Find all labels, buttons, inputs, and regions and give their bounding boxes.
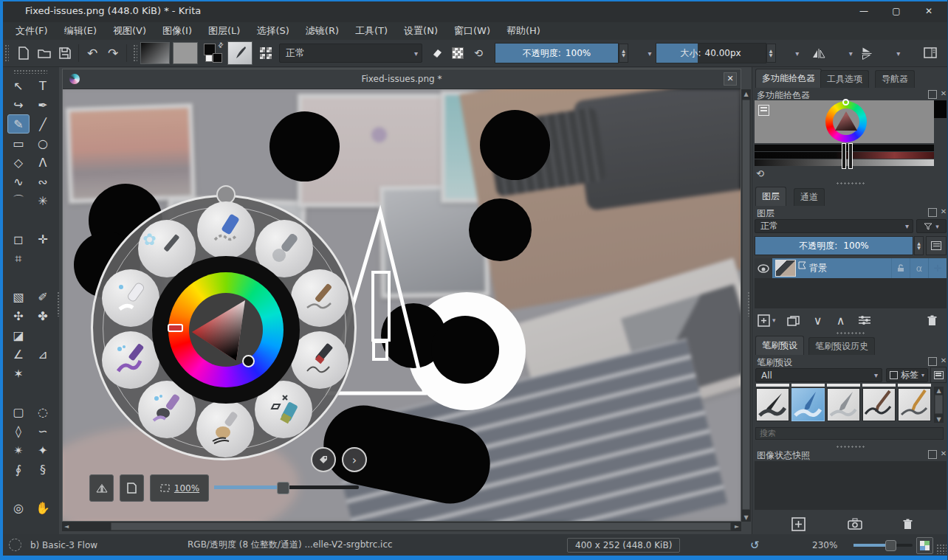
snapshot-camera-button[interactable]: [846, 515, 864, 533]
canvas-zoom-slider[interactable]: [214, 485, 359, 489]
add-layer-button[interactable]: [755, 311, 772, 329]
subwindow-titlebar[interactable]: Fixed-issues.png * ✕: [63, 69, 741, 89]
snapshot-list[interactable]: [755, 461, 947, 510]
tool-smart-patch[interactable]: ✣: [7, 306, 30, 325]
float-docker-icon[interactable]: [928, 450, 937, 459]
preset-display-mode-button[interactable]: [930, 367, 947, 383]
fg-bg-color-swatches[interactable]: ⇄: [204, 44, 223, 63]
document-size-info[interactable]: 400 x 252 (448.0 KiB): [567, 538, 680, 553]
tool-dynamic-brush[interactable]: ⌒: [7, 191, 30, 210]
popup-palette[interactable]: ✿: [91, 195, 357, 460]
choose-brush-preset-button[interactable]: [255, 43, 276, 63]
selector-settings-icon[interactable]: [758, 105, 769, 116]
tool-reference-images[interactable]: ✶: [7, 364, 30, 383]
preset-scrollbar[interactable]: ▲ ▼: [934, 387, 944, 423]
scroll-right-icon[interactable]: ►: [732, 522, 741, 531]
palette-more-button[interactable]: ›: [342, 447, 367, 472]
tool-polygon-select[interactable]: ◊: [7, 421, 30, 440]
docker-separator[interactable]: [836, 331, 865, 334]
color-selector-widget[interactable]: [755, 100, 934, 143]
menu-file[interactable]: 文件(F): [7, 22, 56, 40]
menu-view[interactable]: 视图(V): [105, 22, 154, 40]
tab-advanced-color-selector[interactable]: 多功能拾色器: [755, 69, 822, 88]
tab-navigator[interactable]: 导航器: [875, 70, 915, 88]
tool-similar-select[interactable]: ✦: [32, 440, 54, 460]
mirror-h-dropdown-icon[interactable]: ▾: [845, 49, 856, 58]
tool-zoom[interactable]: ◎: [7, 498, 30, 517]
tool-multibrush[interactable]: ✳: [32, 191, 54, 210]
float-docker-icon[interactable]: [928, 357, 937, 366]
tab-brush-presets[interactable]: 笔刷预设: [755, 336, 804, 355]
hue-marker[interactable]: [168, 324, 183, 332]
tool-ellipse[interactable]: ○: [32, 134, 54, 153]
tab-brush-preset-history[interactable]: 笔刷预设历史: [808, 337, 875, 355]
menu-window[interactable]: 窗口(W): [446, 22, 498, 40]
last-color-swatch[interactable]: [934, 100, 947, 118]
tool-bezier-select[interactable]: ∮: [7, 460, 30, 479]
palette-tag-button[interactable]: [311, 447, 336, 472]
brush-size-slider[interactable]: 大小: 40.00px: [656, 43, 766, 63]
tool-contiguous-select[interactable]: ✴: [7, 440, 30, 460]
dock-splitter-handle[interactable]: [747, 291, 751, 317]
statusbar-zoom-value[interactable]: 230%: [812, 540, 837, 550]
tool-rectangle[interactable]: ▭: [7, 134, 30, 153]
tool-rect-select[interactable]: ▢: [7, 402, 30, 421]
size-spinner[interactable]: ▲▼: [766, 44, 776, 63]
mirror-vertical-button[interactable]: [856, 43, 877, 63]
tool-move[interactable]: ✛: [32, 229, 54, 249]
brush-preview-icon[interactable]: [9, 539, 21, 551]
canvas-viewport[interactable]: ✿: [63, 89, 741, 521]
br-preset-basic-5-size[interactable]: [827, 388, 860, 421]
minimize-button[interactable]: —: [848, 1, 880, 21]
palette-preset-wet-paint-brush[interactable]: [102, 331, 159, 389]
palette-preset-white-marker[interactable]: [102, 269, 159, 327]
tool-freehand-path[interactable]: ∾: [32, 172, 54, 191]
float-docker-icon[interactable]: [928, 208, 937, 217]
layer-view-mode-button[interactable]: [926, 236, 947, 255]
undo-button[interactable]: ↶: [82, 43, 103, 63]
layer-lock-icon[interactable]: [891, 258, 910, 278]
move-layer-down-button[interactable]: ∨: [808, 311, 828, 329]
layer-blend-mode-dropdown[interactable]: 正常 ▾: [755, 219, 913, 233]
docker-separator[interactable]: [836, 445, 865, 448]
tab-tool-options[interactable]: 工具选项: [820, 70, 869, 88]
br-preset-fine-brush[interactable]: [862, 388, 896, 421]
toolbar-drag-handle[interactable]: [4, 44, 9, 62]
tool-freehand-brush[interactable]: ✎: [7, 114, 30, 134]
opacity-dropdown-icon[interactable]: ▾: [645, 49, 656, 58]
menu-image[interactable]: 图像(I): [154, 22, 200, 40]
layer-opacity-slider[interactable]: 不透明度: 100%: [755, 236, 913, 255]
mirror-horizontal-button[interactable]: [808, 43, 829, 63]
layer-opacity-spinner[interactable]: ▲▼: [914, 236, 924, 255]
statusbar-zoom-handle[interactable]: [885, 540, 896, 551]
resize-grip[interactable]: [936, 544, 947, 554]
brush-editor-button[interactable]: [227, 41, 253, 65]
move-layer-up-button[interactable]: ∧: [831, 311, 851, 329]
dock-sv-triangle[interactable]: [833, 108, 859, 135]
tool-color-sampler[interactable]: ✐: [32, 287, 54, 306]
delete-layer-button[interactable]: [923, 311, 941, 329]
snapshot-add-button[interactable]: [789, 515, 807, 533]
palette-preset-pencil[interactable]: [291, 331, 348, 389]
br-preset-sketch-brush[interactable]: [898, 388, 931, 421]
palette-preset-fine-liner[interactable]: [291, 269, 348, 327]
layer-properties-button[interactable]: [854, 311, 875, 329]
preserve-alpha-button[interactable]: [447, 43, 468, 63]
toolbar-drag-handle-2[interactable]: [133, 44, 137, 62]
tool-ellipse-select[interactable]: ◌: [32, 402, 54, 421]
tool-transform[interactable]: ◻: [7, 229, 30, 249]
tool-edit-shapes[interactable]: ↪: [7, 95, 30, 114]
menu-filter[interactable]: 滤镜(R): [298, 22, 347, 40]
redo-button[interactable]: ↷: [103, 43, 123, 63]
swap-colors-icon[interactable]: ⇄: [216, 41, 225, 49]
br-preset-basic-3-flow[interactable]: [791, 388, 825, 421]
tool-crop[interactable]: ⌗: [7, 249, 30, 268]
reload-preset-button[interactable]: ⟲: [468, 43, 489, 63]
menu-tools[interactable]: 工具(T): [347, 22, 396, 40]
preset-tag-button[interactable]: 标签 ▾: [886, 368, 928, 382]
statusbar-zoom-slider[interactable]: [853, 544, 913, 547]
preset-search-input[interactable]: [755, 427, 944, 440]
tool-freehand-select[interactable]: ∽: [32, 421, 54, 440]
tool-text[interactable]: T: [32, 76, 54, 95]
new-view-button[interactable]: [120, 474, 144, 502]
